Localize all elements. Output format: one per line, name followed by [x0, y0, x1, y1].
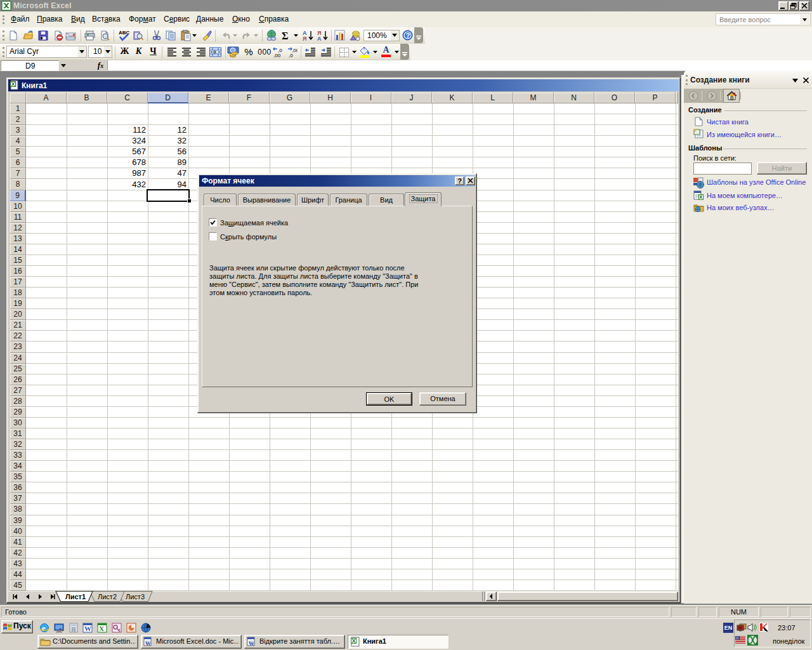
svg-text:Я: Я: [303, 36, 306, 41]
svg-text:W: W: [249, 640, 254, 647]
svg-text:?: ?: [406, 32, 410, 39]
svg-text:Лист1: Лист1: [65, 593, 86, 600]
svg-text:W: W: [84, 625, 91, 632]
svg-text:А: А: [317, 36, 322, 41]
svg-text:W: W: [145, 640, 151, 647]
svg-text:Лист3: Лист3: [126, 593, 145, 600]
svg-text:,0: ,0: [289, 53, 293, 58]
svg-text:a: a: [213, 49, 216, 55]
svg-text:,00: ,00: [273, 53, 281, 58]
svg-text:Лист2: Лист2: [98, 593, 117, 600]
svg-text:e: e: [42, 623, 46, 633]
svg-text:X: X: [99, 625, 104, 632]
svg-text:Σ: Σ: [282, 30, 288, 41]
